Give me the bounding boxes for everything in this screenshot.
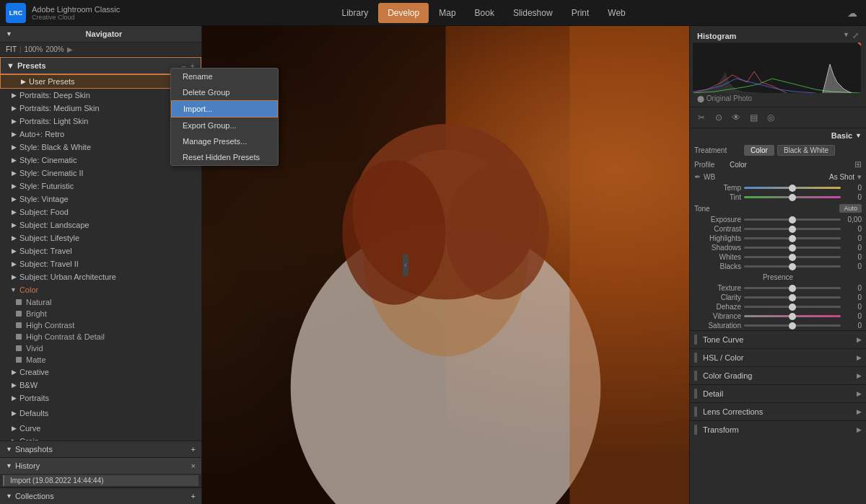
highlights-slider[interactable] — [744, 237, 841, 239]
nav-develop[interactable]: Develop — [378, 3, 429, 23]
nav-print[interactable]: Print — [563, 4, 598, 22]
preset-group-subject-landscape[interactable]: ▶ Subject: Landscape — [0, 218, 201, 231]
tone-curve-header[interactable]: Tone Curve ▶ — [690, 331, 866, 348]
shadows-slider[interactable] — [744, 247, 841, 249]
preset-group-style-futuristic[interactable]: ▶ Style: Futuristic — [0, 180, 201, 193]
highlights-thumb[interactable] — [789, 235, 796, 242]
saturation-thumb[interactable] — [789, 322, 796, 330]
history-arrow: ▼ — [6, 462, 12, 469]
menu-item-rename[interactable]: Rename — [171, 68, 278, 84]
basic-panel: Basic ▼ Treatment Color Black & White Pr… — [690, 128, 866, 504]
menu-item-delete-group[interactable]: Delete Group — [171, 84, 278, 100]
radial-filter-icon[interactable]: ◎ — [764, 110, 778, 125]
collections-header[interactable]: ▼ Collections + — [0, 488, 201, 504]
temp-thumb[interactable] — [789, 185, 796, 192]
spot-removal-icon[interactable]: ⊙ — [712, 110, 726, 125]
left-panel-collapse-btn[interactable]: ‹ — [403, 255, 408, 276]
texture-slider[interactable] — [744, 287, 841, 289]
preset-group-subject-travel[interactable]: ▶ Subject: Travel — [0, 244, 201, 257]
preset-color-vivid[interactable]: Vivid — [0, 342, 201, 354]
preset-group-subject-food[interactable]: ▶ Subject: Food — [0, 205, 201, 218]
vibrance-thumb[interactable] — [789, 313, 796, 320]
shadows-thumb[interactable] — [789, 244, 796, 252]
preset-group-creative[interactable]: ▶ Creative — [0, 366, 201, 379]
preset-group-curve[interactable]: ▶ Curve — [0, 422, 201, 435]
color-dot-high-contrast-detail — [16, 334, 22, 340]
grad-filter-icon[interactable]: ▤ — [746, 110, 761, 125]
contrast-thumb[interactable] — [789, 226, 796, 233]
bw-treatment-btn[interactable]: Black & White — [777, 145, 835, 156]
nav-book[interactable]: Book — [466, 4, 503, 22]
clarity-thumb[interactable] — [789, 294, 796, 301]
blacks-thumb[interactable] — [789, 263, 796, 270]
blacks-slider-row: Blacks 0 — [690, 262, 866, 271]
exposure-thumb[interactable] — [789, 216, 796, 224]
color-treatment-btn[interactable]: Color — [744, 145, 774, 156]
history-close-btn[interactable]: × — [191, 461, 196, 470]
transform-header[interactable]: Transform ▶ — [690, 421, 866, 438]
preset-color-matte[interactable]: Matte — [0, 354, 201, 366]
hsl-header[interactable]: HSL / Color ▶ — [690, 349, 866, 366]
preset-group-style-cinematic2[interactable]: ▶ Style: Cinematic II — [0, 167, 201, 180]
preset-group-defaults[interactable]: ▶ Defaults — [0, 404, 201, 422]
zoom-200-btn[interactable]: 200% — [45, 45, 64, 53]
preset-color-high-contrast[interactable]: High Contrast — [0, 319, 201, 331]
nav-map[interactable]: Map — [430, 4, 464, 22]
detail-header[interactable]: Detail ▶ — [690, 385, 866, 402]
preset-color-high-contrast-detail[interactable]: High Contrast & Detail — [0, 331, 201, 342]
color-grading-label: Color Grading — [703, 371, 752, 380]
menu-item-import[interactable]: Import... — [171, 100, 278, 118]
whites-slider[interactable] — [744, 256, 841, 258]
wb-dropdown-arrow[interactable]: ▾ — [857, 172, 862, 182]
preset-group-subject-urban[interactable]: ▶ Subject: Urban Architecture — [0, 270, 201, 283]
eyedropper-icon[interactable]: ✒ — [694, 172, 701, 182]
whites-thumb[interactable] — [789, 254, 796, 261]
lens-corrections-header[interactable]: Lens Corrections ▶ — [690, 403, 866, 420]
exposure-slider[interactable] — [744, 218, 841, 221]
preset-group-style-vintage[interactable]: ▶ Style: Vintage — [0, 193, 201, 205]
menu-item-export-group[interactable]: Export Group... — [171, 118, 278, 133]
detail-arrow: ▶ — [857, 390, 862, 397]
preset-color-natural[interactable]: Natural — [0, 296, 201, 308]
collapse-arrow: ▶ — [12, 182, 17, 190]
blacks-slider[interactable] — [744, 265, 841, 268]
dehaze-slider[interactable] — [744, 306, 841, 308]
snapshots-plus-btn[interactable]: + — [191, 445, 196, 454]
histogram-expand-icon[interactable]: ⤢ — [852, 31, 859, 40]
preset-group-grain[interactable]: ▶ Grain — [0, 435, 201, 441]
profile-grid-icon[interactable]: ⊞ — [854, 159, 862, 169]
temp-slider[interactable] — [744, 187, 841, 189]
zoom-100-btn[interactable]: 100% — [25, 45, 43, 53]
redeye-icon[interactable]: 👁 — [729, 110, 743, 125]
color-grading-arrow: ▶ — [857, 372, 862, 379]
fit-btn[interactable]: FIT — [6, 45, 17, 53]
crop-icon[interactable]: ✂ — [694, 110, 709, 125]
history-header[interactable]: ▼ History × — [0, 458, 201, 474]
nav-web[interactable]: Web — [599, 4, 634, 22]
preset-group-bw[interactable]: ▶ B&W — [0, 379, 201, 392]
clarity-slider[interactable] — [744, 296, 841, 299]
snapshots-header[interactable]: ▼ Snapshots + — [0, 441, 201, 457]
saturation-slider[interactable] — [744, 324, 841, 327]
collections-plus-btn[interactable]: + — [191, 492, 196, 500]
color-grading-header[interactable]: Color Grading ▶ — [690, 367, 866, 384]
tint-thumb[interactable] — [789, 194, 796, 201]
nav-library[interactable]: Library — [333, 4, 377, 22]
preset-group-subject-travel2[interactable]: ▶ Subject: Travel II — [0, 257, 201, 270]
preset-group-subject-lifestyle[interactable]: ▶ Subject: Lifestyle — [0, 231, 201, 244]
vibrance-slider[interactable] — [744, 315, 841, 317]
preset-color-bright[interactable]: Bright — [0, 308, 201, 319]
navigator-header[interactable]: ▼ Navigator — [0, 26, 201, 43]
color-section-header[interactable]: ▼ Color — [0, 283, 201, 296]
tint-slider[interactable] — [744, 196, 841, 198]
dehaze-thumb[interactable] — [789, 304, 796, 311]
menu-item-reset-hidden[interactable]: Reset Hidden Presets — [171, 149, 278, 165]
menu-item-manage-presets[interactable]: Manage Presets... — [171, 133, 278, 149]
contrast-slider[interactable] — [744, 228, 841, 230]
nav-slideshow[interactable]: Slideshow — [504, 4, 561, 22]
preset-group-portraits[interactable]: ▶ Portraits — [0, 392, 201, 404]
texture-thumb[interactable] — [789, 285, 796, 292]
history-item[interactable]: Import (19.08.2022 14:44:44) — [3, 475, 198, 486]
auto-btn[interactable]: Auto — [839, 204, 862, 213]
transform-section: Transform ▶ — [690, 420, 866, 438]
